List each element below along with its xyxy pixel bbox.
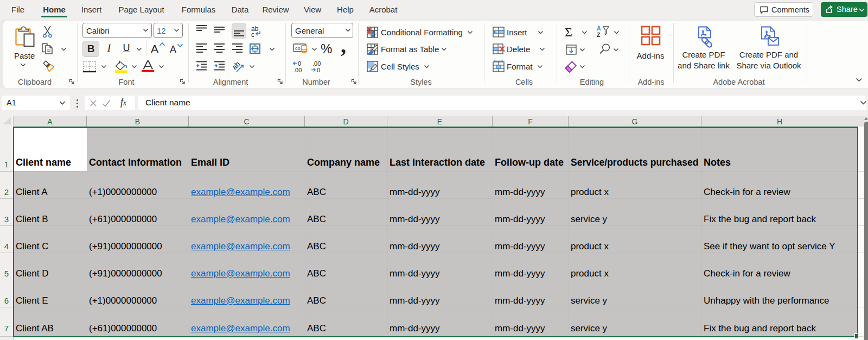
svg-text:c: c [251,31,254,38]
svg-text:A: A [597,26,601,32]
svg-text:0: 0 [298,60,301,67]
svg-text:Z: Z [597,32,601,37]
svg-text:.00: .00 [312,60,321,67]
svg-text:co: co [295,46,301,51]
svg-text:ab: ab [232,60,241,71]
svg-text:0: 0 [317,67,320,73]
svg-text:.00: .00 [293,67,302,73]
